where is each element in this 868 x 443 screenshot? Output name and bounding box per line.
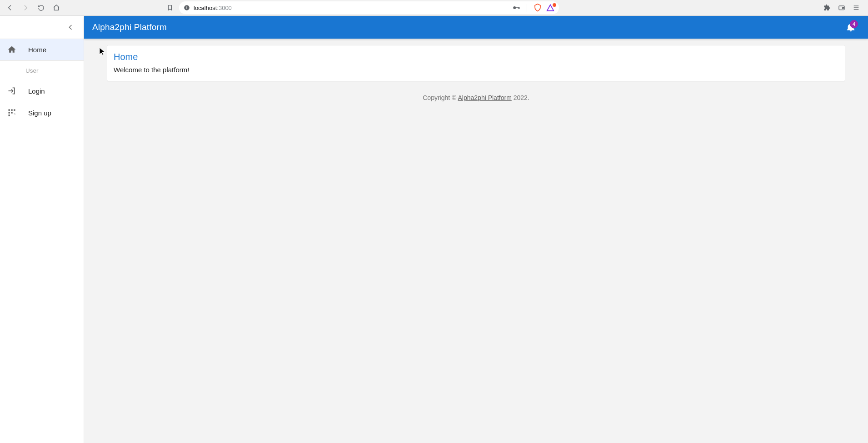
footer-link[interactable]: Alpha2phi Platform	[458, 94, 512, 101]
wallet-button[interactable]	[835, 1, 848, 14]
svg-rect-7	[839, 6, 844, 10]
nav-home-button[interactable]	[50, 1, 63, 14]
sidebar-item-signup[interactable]: Sign up	[0, 102, 84, 124]
card-body: Welcome to the platform!	[114, 66, 838, 74]
footer-prefix: Copyright ©	[423, 94, 458, 101]
notification-badge: 4	[850, 20, 858, 28]
app-topbar: Alpha2phi Platform 4	[84, 16, 868, 39]
svg-rect-14	[9, 112, 10, 113]
brave-shields-icon[interactable]	[534, 3, 542, 12]
sidebar: Home User Login Sign up	[0, 16, 84, 443]
home-card: Home Welcome to the platform!	[107, 45, 845, 81]
sidebar-item-login[interactable]: Login	[0, 80, 84, 102]
svg-rect-11	[9, 110, 10, 111]
sidebar-item-label: Sign up	[28, 109, 51, 117]
svg-rect-6	[519, 7, 520, 9]
footer: Copyright © Alpha2phi Platform 2022.	[107, 94, 845, 101]
svg-rect-16	[9, 114, 10, 116]
sidebar-collapse-button[interactable]	[63, 20, 78, 35]
svg-rect-4	[515, 7, 519, 8]
svg-marker-17	[14, 114, 15, 115]
site-info-icon[interactable]	[184, 5, 190, 11]
separator	[527, 4, 527, 12]
card-title: Home	[114, 52, 838, 62]
sidebar-section-user: User	[0, 61, 84, 80]
svg-rect-5	[518, 7, 519, 9]
sidebar-item-label: Login	[28, 87, 45, 95]
footer-suffix: 2022.	[512, 94, 529, 101]
sidebar-section-label: User	[25, 67, 39, 74]
url-text: localhost:3000	[194, 5, 232, 11]
notification-dot	[553, 3, 556, 7]
browser-toolbar: localhost:3000	[0, 0, 868, 16]
app-title: Alpha2phi Platform	[92, 22, 167, 32]
svg-rect-15	[11, 112, 12, 113]
address-bar[interactable]: localhost:3000	[179, 1, 559, 14]
nav-forward-button	[19, 1, 32, 14]
signup-icon	[7, 108, 16, 117]
browser-menu-button[interactable]	[850, 1, 863, 14]
svg-rect-12	[11, 110, 12, 111]
url-host: localhost	[194, 5, 217, 11]
extensions-button[interactable]	[821, 1, 833, 14]
nav-reload-button[interactable]	[35, 1, 47, 14]
notifications-button[interactable]: 4	[842, 18, 860, 36]
url-port: :3000	[217, 5, 232, 11]
login-icon	[7, 86, 16, 95]
password-key-icon[interactable]	[512, 4, 520, 12]
home-icon	[7, 45, 16, 54]
brave-rewards-icon[interactable]	[546, 4, 554, 11]
svg-rect-1	[186, 7, 187, 9]
svg-rect-2	[186, 6, 187, 7]
sidebar-item-home[interactable]: Home	[0, 39, 84, 60]
sidebar-item-label: Home	[28, 46, 46, 54]
bookmark-button[interactable]	[164, 1, 176, 14]
svg-rect-13	[14, 110, 15, 111]
nav-back-button[interactable]	[4, 1, 16, 14]
